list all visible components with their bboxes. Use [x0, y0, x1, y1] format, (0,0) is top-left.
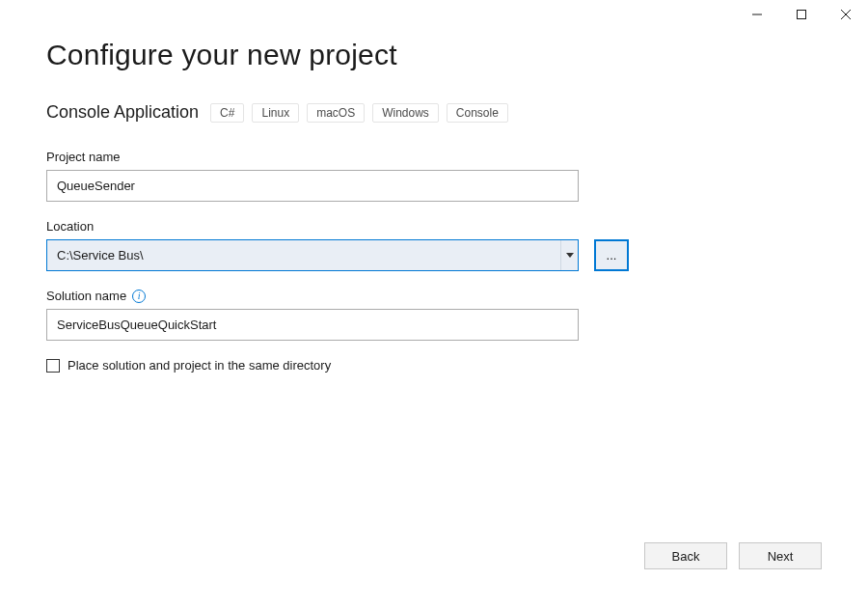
- maximize-button[interactable]: [779, 0, 824, 29]
- svg-marker-4: [566, 253, 574, 258]
- solution-name-label-text: Solution name: [46, 289, 126, 303]
- project-name-input[interactable]: [46, 170, 579, 202]
- location-combobox[interactable]: C:\Service Bus\: [46, 239, 579, 271]
- next-button[interactable]: Next: [739, 542, 822, 569]
- template-tag: Linux: [252, 103, 299, 123]
- solution-name-label: Solution name i: [46, 289, 822, 303]
- template-tag: C#: [210, 103, 244, 123]
- same-directory-row: Place solution and project in the same d…: [46, 358, 822, 373]
- back-button[interactable]: Back: [644, 542, 727, 569]
- svg-rect-1: [798, 11, 806, 19]
- location-value: C:\Service Bus\: [47, 248, 560, 263]
- template-name: Console Application: [46, 102, 199, 123]
- location-dropdown-button[interactable]: [560, 240, 578, 270]
- close-icon: [841, 10, 851, 19]
- template-tag: Console: [447, 103, 508, 123]
- page-title: Configure your new project: [46, 39, 822, 71]
- template-summary: Console Application C# Linux macOS Windo…: [46, 102, 822, 123]
- maximize-icon: [797, 10, 806, 19]
- template-tag: macOS: [307, 103, 365, 123]
- browse-button[interactable]: ...: [594, 239, 629, 271]
- minimize-button[interactable]: [735, 0, 779, 29]
- minimize-icon: [752, 10, 762, 19]
- project-name-field: Project name: [46, 150, 822, 202]
- project-name-label: Project name: [46, 150, 822, 164]
- template-tag: Windows: [372, 103, 439, 123]
- solution-name-field: Solution name i: [46, 289, 822, 341]
- location-label: Location: [46, 219, 822, 234]
- template-tag-list: C# Linux macOS Windows Console: [210, 103, 508, 123]
- window-controls: [735, 0, 868, 29]
- info-icon[interactable]: i: [132, 290, 146, 303]
- same-directory-checkbox[interactable]: [46, 359, 60, 373]
- solution-name-input[interactable]: [46, 309, 579, 341]
- chevron-down-icon: [566, 253, 574, 258]
- close-button[interactable]: [824, 0, 868, 29]
- footer-buttons: Back Next: [644, 542, 822, 569]
- same-directory-label: Place solution and project in the same d…: [68, 358, 331, 373]
- location-field: Location C:\Service Bus\ ...: [46, 219, 822, 271]
